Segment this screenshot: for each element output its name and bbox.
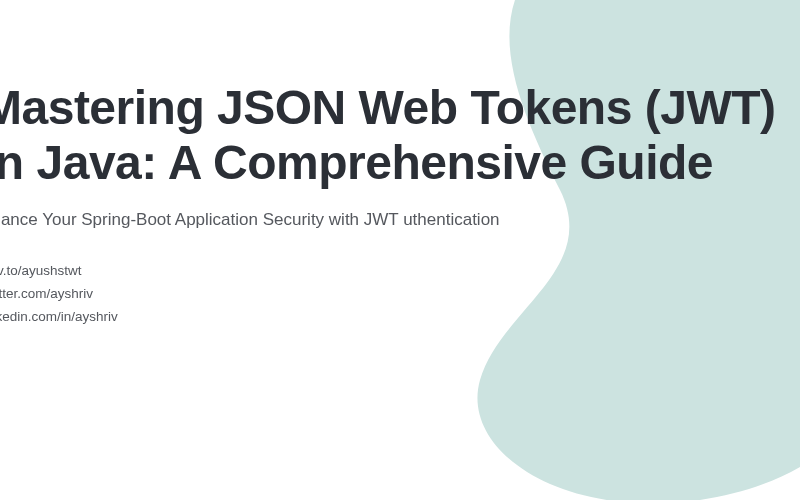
link-devto: dev.to/ayushstwt <box>0 261 780 282</box>
page-title: Mastering JSON Web Tokens (JWT) in Java:… <box>0 80 780 190</box>
link-linkedin: linkedin.com/in/ayshriv <box>0 307 780 328</box>
link-twitter: twitter.com/ayshriv <box>0 284 780 305</box>
page-subtitle: nhance Your Spring-Boot Application Secu… <box>0 208 502 233</box>
social-links: dev.to/ayushstwt twitter.com/ayshriv lin… <box>0 261 780 328</box>
content-container: Mastering JSON Web Tokens (JWT) in Java:… <box>0 0 800 328</box>
